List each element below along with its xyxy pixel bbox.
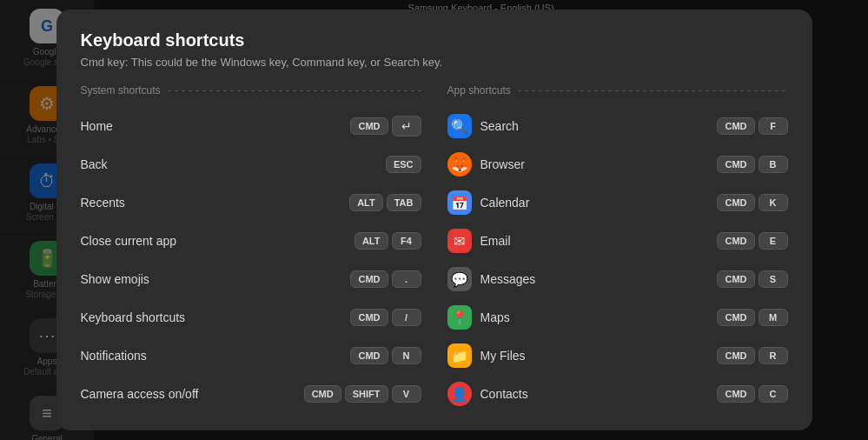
shortcut-label: Notifications — [81, 349, 351, 363]
shortcut-keys: CMD K — [717, 194, 787, 211]
system-shortcuts-header: System shortcuts — [81, 84, 421, 97]
shift-key: SHIFT — [345, 385, 388, 403]
app-shortcut-browser: 🦊 Browser CMD B — [447, 145, 788, 183]
shortcut-label: Camera access on/off — [81, 387, 304, 401]
n-key: N — [392, 347, 421, 364]
app-shortcuts-header: App shortcuts — [447, 84, 788, 97]
app-shortcut-messages: 💬 Messages CMD S — [447, 260, 788, 298]
alt-key: ALT — [349, 194, 383, 211]
slash-key: / — [392, 309, 421, 326]
shortcut-keys: CMD N — [350, 347, 421, 364]
shortcut-keys: CMD E — [717, 232, 787, 250]
cmd-key: CMD — [350, 270, 388, 288]
shortcut-row-home: Home CMD ↵ — [81, 107, 421, 145]
shortcut-keys: CMD SHIFT V — [304, 385, 421, 403]
shortcut-keys: CMD R — [717, 347, 787, 364]
r-key: R — [759, 347, 788, 364]
email-app-icon: ✉ — [447, 229, 472, 253]
shortcut-row-recents: Recents ALT TAB — [81, 183, 421, 222]
search-app-icon: 🔍 — [447, 114, 472, 138]
shortcut-label: Close current app — [81, 234, 354, 248]
app-name: Browser — [480, 157, 718, 171]
shortcut-label: Home — [81, 119, 351, 133]
shortcut-row-keyboard: Keyboard shortcuts CMD / — [81, 298, 421, 337]
cmd-key: CMD — [304, 385, 341, 403]
system-shortcuts-column: System shortcuts Home CMD ↵ Back ESC — [81, 84, 421, 413]
maps-app-icon: 📍 — [447, 305, 472, 330]
app-shortcut-myfiles: 📁 My Files CMD R — [447, 337, 788, 375]
app-shortcut-maps: 📍 Maps CMD M — [447, 298, 788, 337]
cmd-key: CMD — [717, 270, 754, 288]
esc-key: ESC — [386, 156, 421, 173]
shortcut-keys: CMD ↵ — [350, 116, 421, 137]
k-key: K — [759, 194, 788, 211]
contacts-app-icon: 👤 — [447, 382, 472, 406]
cmd-key: CMD — [717, 232, 754, 250]
b-key: B — [759, 156, 788, 173]
cmd-key: CMD — [717, 347, 754, 364]
shortcut-keys: CMD / — [350, 309, 421, 326]
enter-key: ↵ — [392, 116, 421, 137]
tab-key: TAB — [387, 194, 421, 211]
shortcut-label: Keyboard shortcuts — [81, 310, 351, 324]
shortcut-keys: CMD M — [717, 309, 787, 326]
s-key: S — [759, 270, 788, 288]
keyboard-shortcuts-modal: Keyboard shortcuts Cmd key: This could b… — [56, 10, 812, 430]
c-key: C — [759, 385, 788, 403]
shortcut-keys: ESC — [386, 156, 421, 173]
app-name: Maps — [480, 310, 718, 324]
app-name: Contacts — [480, 387, 718, 401]
app-name: Calendar — [480, 196, 718, 210]
f4-key: F4 — [392, 232, 421, 250]
app-name: Search — [480, 119, 718, 133]
shortcut-label: Recents — [81, 196, 350, 210]
alt-key: ALT — [354, 232, 388, 250]
shortcut-keys: ALT TAB — [349, 194, 421, 211]
shortcut-row-camera: Camera access on/off CMD SHIFT V — [81, 375, 421, 413]
cmd-key: CMD — [350, 309, 388, 326]
cmd-key: CMD — [717, 309, 754, 326]
shortcut-label: Show emojis — [81, 272, 351, 286]
app-shortcut-search: 🔍 Search CMD F — [447, 107, 788, 145]
shortcut-keys: ALT F4 — [354, 232, 421, 250]
app-name: Email — [480, 234, 718, 248]
f-key: F — [759, 117, 788, 135]
modal-overlay: Keyboard shortcuts Cmd key: This could b… — [0, 0, 868, 440]
app-shortcuts-column: App shortcuts 🔍 Search CMD F 🦊 Browser — [447, 84, 788, 413]
shortcut-row-emojis: Show emojis CMD . — [81, 260, 421, 298]
m-key: M — [759, 309, 788, 326]
shortcut-row-back: Back ESC — [81, 145, 421, 183]
shortcut-label: Back — [81, 157, 386, 171]
cmd-key: CMD — [350, 117, 388, 135]
modal-title: Keyboard shortcuts — [81, 30, 788, 50]
myfiles-app-icon: 📁 — [447, 343, 472, 368]
shortcut-keys: CMD F — [717, 117, 787, 135]
calendar-app-icon: 📅 — [447, 190, 472, 215]
browser-app-icon: 🦊 — [447, 152, 472, 177]
shortcut-row-close: Close current app ALT F4 — [81, 222, 421, 260]
cmd-key: CMD — [717, 117, 754, 135]
modal-columns: System shortcuts Home CMD ↵ Back ESC — [81, 84, 788, 413]
dot-key: . — [392, 270, 421, 288]
shortcut-keys: CMD S — [717, 270, 787, 288]
shortcut-keys: CMD C — [717, 385, 787, 403]
cmd-key: CMD — [350, 347, 388, 364]
shortcut-row-notifications: Notifications CMD N — [81, 337, 421, 375]
app-name: Messages — [480, 272, 718, 286]
e-key: E — [759, 232, 788, 250]
app-name: My Files — [480, 349, 718, 363]
app-shortcut-calendar: 📅 Calendar CMD K — [447, 183, 788, 222]
cmd-key: CMD — [717, 194, 754, 211]
shortcut-keys: CMD . — [350, 270, 421, 288]
app-shortcut-contacts: 👤 Contacts CMD C — [447, 375, 788, 413]
header-divider — [518, 90, 788, 91]
header-divider — [168, 90, 421, 91]
shortcut-keys: CMD B — [717, 156, 787, 173]
cmd-key: CMD — [717, 385, 754, 403]
v-key: V — [392, 385, 421, 403]
cmd-key: CMD — [717, 156, 754, 173]
app-shortcut-email: ✉ Email CMD E — [447, 222, 788, 260]
messages-app-icon: 💬 — [447, 267, 472, 291]
modal-subtitle: Cmd key: This could be the Windows key, … — [81, 56, 788, 69]
